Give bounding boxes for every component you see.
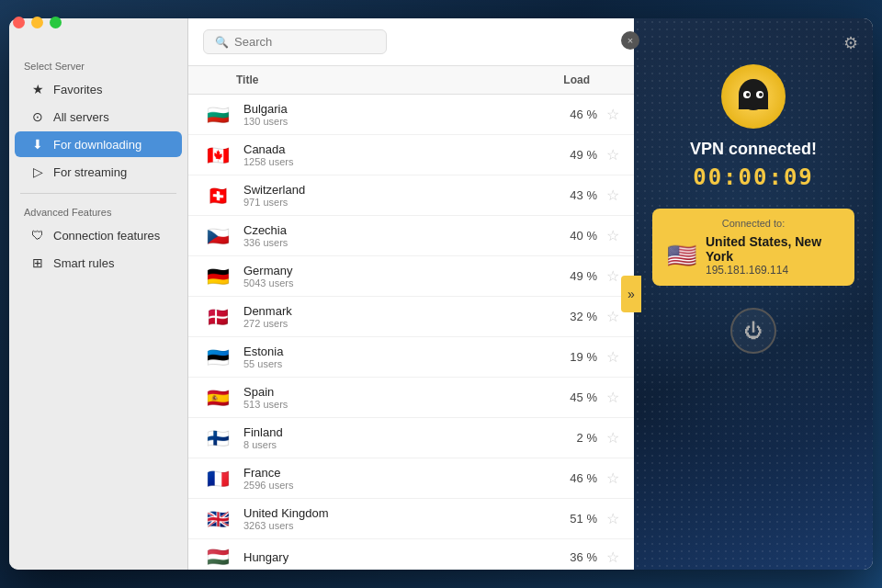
for-downloading-label: For downloading bbox=[53, 138, 141, 152]
server-info: Estonia 55 users bbox=[243, 345, 551, 369]
server-flag: 🇪🇸 bbox=[203, 388, 232, 408]
ghost-icon bbox=[733, 76, 774, 117]
sidebar-item-all-servers[interactable]: ⊙ All servers bbox=[15, 104, 182, 130]
favorite-star-icon[interactable]: ☆ bbox=[606, 267, 619, 285]
minimize-button[interactable] bbox=[31, 18, 43, 28]
search-bar: 🔍 bbox=[188, 18, 634, 66]
server-flag: 🇩🇰 bbox=[203, 307, 232, 327]
server-load: 32 % bbox=[551, 310, 597, 323]
favorite-star-icon[interactable]: ☆ bbox=[606, 389, 619, 406]
server-flag: 🇨🇦 bbox=[203, 145, 232, 165]
table-row[interactable]: 🇭🇺 Hungary 36 % ☆ bbox=[188, 539, 634, 570]
server-users: 5043 users bbox=[243, 277, 551, 288]
collapse-button[interactable]: » bbox=[621, 276, 641, 312]
main-content: 🔍 Title Load 🇧🇬 Bulgaria 130 users 46 % … bbox=[188, 18, 634, 570]
panel-close-button[interactable]: × bbox=[621, 31, 639, 50]
server-users: 130 users bbox=[243, 116, 551, 127]
favorite-star-icon[interactable]: ☆ bbox=[606, 146, 619, 164]
favorites-label: Favorites bbox=[53, 83, 102, 96]
star-icon: ★ bbox=[29, 82, 46, 96]
advanced-features-label: Advanced Features bbox=[9, 201, 187, 221]
server-load: 46 % bbox=[551, 107, 597, 121]
for-streaming-label: For streaming bbox=[53, 165, 127, 179]
sidebar-item-favorites[interactable]: ★ Favorites bbox=[15, 76, 182, 102]
server-users: 8 users bbox=[243, 439, 551, 450]
table-row[interactable]: 🇫🇷 France 2596 users 46 % ☆ bbox=[188, 458, 634, 499]
close-button[interactable] bbox=[13, 18, 25, 28]
server-load: 36 % bbox=[551, 550, 597, 564]
server-load: 49 % bbox=[551, 148, 597, 162]
table-row[interactable]: 🇬🇧 United Kingdom 3263 users 51 % ☆ bbox=[188, 499, 634, 539]
server-users: 971 users bbox=[243, 197, 551, 208]
server-flag: 🇫🇷 bbox=[203, 469, 232, 489]
server-users: 55 users bbox=[243, 358, 551, 369]
grid-icon: ⊞ bbox=[29, 255, 46, 270]
favorite-star-icon[interactable]: ☆ bbox=[606, 227, 619, 244]
col-load-header: Load bbox=[535, 74, 590, 86]
vpn-logo bbox=[721, 64, 786, 129]
sidebar-item-for-downloading[interactable]: ⬇ For downloading bbox=[15, 131, 182, 157]
connected-label: Connected to: bbox=[667, 218, 840, 229]
power-button[interactable]: ⏻ bbox=[730, 308, 776, 354]
table-row[interactable]: 🇨🇿 Czechia 336 users 40 % ☆ bbox=[188, 216, 634, 256]
table-row[interactable]: 🇩🇪 Germany 5043 users 49 % ☆ bbox=[188, 256, 634, 297]
right-panel: » × ⚙ VPN connected! 00:00:09 Connected … bbox=[634, 18, 873, 570]
connected-info: 🇺🇸 United States, New York 195.181.169.1… bbox=[667, 234, 840, 277]
server-flag: 🇨🇿 bbox=[203, 226, 232, 246]
server-info: Finland 8 users bbox=[243, 425, 551, 450]
server-name: Finland bbox=[243, 425, 551, 439]
connected-country: United States, New York bbox=[706, 234, 840, 264]
select-server-label: Select Server bbox=[9, 55, 187, 75]
server-load: 49 % bbox=[551, 269, 597, 283]
server-name: Denmark bbox=[243, 304, 551, 318]
favorite-star-icon[interactable]: ☆ bbox=[606, 187, 619, 204]
server-name: Switzerland bbox=[243, 183, 551, 197]
table-row[interactable]: 🇩🇰 Denmark 272 users 32 % ☆ bbox=[188, 297, 634, 337]
server-load: 51 % bbox=[551, 512, 597, 526]
server-info: Germany 5043 users bbox=[243, 264, 551, 288]
maximize-button[interactable] bbox=[50, 18, 62, 28]
favorite-star-icon[interactable]: ☆ bbox=[606, 348, 619, 366]
server-load: 40 % bbox=[551, 229, 597, 243]
sidebar-item-connection-features[interactable]: 🛡 Connection features bbox=[15, 222, 182, 248]
col-title-header: Title bbox=[236, 74, 535, 86]
vpn-status-text: VPN connected! bbox=[690, 140, 817, 159]
connected-flag: 🇺🇸 bbox=[667, 242, 696, 270]
server-load: 43 % bbox=[551, 188, 597, 202]
favorite-star-icon[interactable]: ☆ bbox=[606, 548, 619, 566]
server-flag: 🇭🇺 bbox=[203, 547, 232, 567]
server-name: Estonia bbox=[243, 345, 551, 358]
app-window: Select Server ★ Favorites ⊙ All servers … bbox=[9, 18, 873, 570]
server-load: 2 % bbox=[551, 431, 597, 445]
sidebar-divider bbox=[20, 193, 176, 194]
favorite-star-icon[interactable]: ☆ bbox=[606, 469, 619, 487]
favorite-star-icon[interactable]: ☆ bbox=[606, 510, 619, 527]
shield-icon: 🛡 bbox=[29, 228, 46, 243]
favorite-star-icon[interactable]: ☆ bbox=[606, 106, 619, 123]
search-input[interactable] bbox=[234, 35, 372, 49]
server-load: 45 % bbox=[551, 390, 597, 404]
table-row[interactable]: 🇪🇸 Spain 513 users 45 % ☆ bbox=[188, 378, 634, 418]
table-row[interactable]: 🇧🇬 Bulgaria 130 users 46 % ☆ bbox=[188, 95, 634, 135]
table-row[interactable]: 🇨🇦 Canada 1258 users 49 % ☆ bbox=[188, 135, 634, 175]
table-row[interactable]: 🇨🇭 Switzerland 971 users 43 % ☆ bbox=[188, 175, 634, 216]
connected-ip: 195.181.169.114 bbox=[706, 264, 840, 277]
table-row[interactable]: 🇫🇮 Finland 8 users 2 % ☆ bbox=[188, 418, 634, 458]
vpn-timer: 00:00:09 bbox=[693, 164, 814, 190]
server-info: United Kingdom 3263 users bbox=[243, 506, 551, 531]
server-name: Czechia bbox=[243, 223, 551, 237]
favorite-star-icon[interactable]: ☆ bbox=[606, 429, 619, 447]
server-users: 1258 users bbox=[243, 156, 551, 167]
search-input-wrap[interactable]: 🔍 bbox=[203, 29, 387, 54]
server-name: Spain bbox=[243, 385, 551, 399]
settings-gear-icon[interactable]: ⚙ bbox=[843, 33, 858, 53]
server-flag: 🇬🇧 bbox=[203, 509, 232, 529]
server-users: 3263 users bbox=[243, 520, 551, 531]
sidebar-item-for-streaming[interactable]: ▷ For streaming bbox=[15, 159, 182, 185]
favorite-star-icon[interactable]: ☆ bbox=[606, 308, 619, 325]
table-row[interactable]: 🇪🇪 Estonia 55 users 19 % ☆ bbox=[188, 337, 634, 378]
sidebar-item-smart-rules[interactable]: ⊞ Smart rules bbox=[15, 250, 182, 276]
globe-icon: ⊙ bbox=[29, 109, 46, 124]
download-icon: ⬇ bbox=[29, 137, 46, 152]
server-name: United Kingdom bbox=[243, 506, 551, 520]
